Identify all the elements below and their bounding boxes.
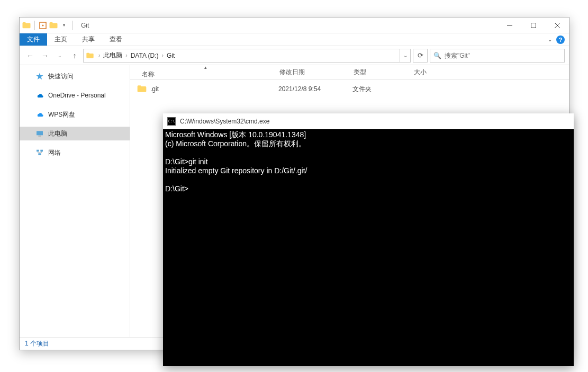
navigation-pane: 快速访问 OneDrive - Personal WPS网盘 <box>20 65 130 337</box>
column-header-type[interactable]: 类型 <box>348 68 409 77</box>
column-header-size[interactable]: 大小 <box>409 68 451 77</box>
tab-view[interactable]: 查看 <box>102 33 130 46</box>
separator <box>72 21 73 30</box>
quick-access-toolbar: ▾ <box>20 21 77 30</box>
tab-file[interactable]: 文件 <box>20 33 47 46</box>
folder-icon <box>84 51 96 60</box>
cmd-icon: C:\ <box>167 117 176 126</box>
sidebar-item-quick-access[interactable]: 快速访问 <box>20 69 130 83</box>
column-header-date[interactable]: 修改日期 <box>274 68 348 77</box>
window-title: Git <box>81 22 89 29</box>
svg-rect-9 <box>40 150 43 152</box>
close-button[interactable] <box>545 17 569 33</box>
sidebar-item-wps[interactable]: WPS网盘 <box>20 108 130 121</box>
computer-icon <box>35 129 44 138</box>
sort-indicator-icon: ▴ <box>142 65 269 70</box>
refresh-button[interactable]: ⟳ <box>413 49 428 63</box>
svg-rect-8 <box>37 150 39 152</box>
forward-button[interactable]: → <box>39 49 51 62</box>
cmd-output[interactable]: Microsoft Windows [版本 10.0.19041.1348] (… <box>163 129 574 366</box>
svg-point-1 <box>42 24 44 26</box>
tab-home[interactable]: 主页 <box>47 33 75 46</box>
cmd-title: C:\Windows\System32\cmd.exe <box>180 118 269 125</box>
address-dropdown-icon[interactable]: ⌄ <box>400 49 410 62</box>
file-row[interactable]: .git 2021/12/8 9:54 文件夹 <box>130 82 569 96</box>
search-box[interactable]: 🔍 <box>430 49 565 63</box>
expand-ribbon-chevron-icon[interactable]: ⌄ <box>548 37 552 42</box>
sidebar-item-label: OneDrive - Personal <box>48 92 106 99</box>
new-folder-icon[interactable] <box>49 21 58 30</box>
chevron-right-icon[interactable]: › <box>96 52 102 58</box>
folder-icon <box>22 21 31 30</box>
network-icon <box>35 148 44 157</box>
sidebar-item-label: 快速访问 <box>48 72 74 81</box>
customize-qat-dropdown[interactable]: ▾ <box>59 21 69 30</box>
tab-share[interactable]: 共享 <box>75 33 102 46</box>
svg-rect-3 <box>531 23 536 28</box>
back-button[interactable]: ← <box>24 49 37 62</box>
file-name: .git <box>150 85 273 93</box>
file-type: 文件夹 <box>347 85 408 94</box>
breadcrumb-item[interactable]: DATA (D:) <box>130 52 160 59</box>
sidebar-item-label: 此电脑 <box>48 129 67 138</box>
address-bar: ← → ⌄ ↑ › 此电脑 › DATA (D:) › Git ⌄ ⟳ 🔍 <box>20 46 569 65</box>
breadcrumb[interactable]: › 此电脑 › DATA (D:) › Git ⌄ <box>83 49 411 63</box>
folder-icon <box>137 84 147 94</box>
minimize-button[interactable] <box>497 17 521 33</box>
explorer-titlebar[interactable]: ▾ Git <box>20 17 569 33</box>
search-input[interactable] <box>445 52 561 59</box>
chevron-right-icon[interactable]: › <box>160 52 166 58</box>
search-icon: 🔍 <box>433 52 441 59</box>
sidebar-item-onedrive[interactable]: OneDrive - Personal <box>20 88 130 102</box>
column-header-name[interactable]: ▴ 名称 <box>137 66 274 79</box>
svg-rect-6 <box>37 131 43 135</box>
help-icon[interactable]: ? <box>556 36 565 44</box>
separator <box>34 21 35 30</box>
cmd-titlebar[interactable]: C:\ C:\Windows\System32\cmd.exe <box>163 113 574 129</box>
chevron-right-icon[interactable]: › <box>123 52 129 58</box>
sidebar-item-this-pc[interactable]: 此电脑 <box>20 127 130 140</box>
ribbon-tabs: 文件 主页 共享 查看 ⌄ ? <box>20 33 569 46</box>
recent-locations-dropdown[interactable]: ⌄ <box>53 49 66 62</box>
wps-cloud-icon <box>35 110 44 119</box>
sidebar-item-network[interactable]: 网络 <box>20 146 130 160</box>
breadcrumb-item[interactable]: 此电脑 <box>102 51 123 60</box>
onedrive-icon <box>35 91 44 100</box>
file-date: 2021/12/8 9:54 <box>273 85 347 93</box>
column-headers: ▴ 名称 修改日期 类型 大小 <box>130 65 569 80</box>
star-icon <box>35 72 44 81</box>
up-button[interactable]: ↑ <box>68 49 81 62</box>
cmd-window: C:\ C:\Windows\System32\cmd.exe Microsof… <box>163 113 574 366</box>
sidebar-item-label: 网络 <box>48 148 61 157</box>
properties-icon[interactable] <box>38 21 48 30</box>
status-text: 1 个项目 <box>25 339 49 348</box>
maximize-button[interactable] <box>521 17 545 33</box>
window-controls <box>497 17 569 33</box>
svg-rect-10 <box>38 153 41 155</box>
sidebar-item-label: WPS网盘 <box>48 110 75 119</box>
svg-rect-7 <box>38 136 41 136</box>
breadcrumb-item[interactable]: Git <box>166 52 176 59</box>
